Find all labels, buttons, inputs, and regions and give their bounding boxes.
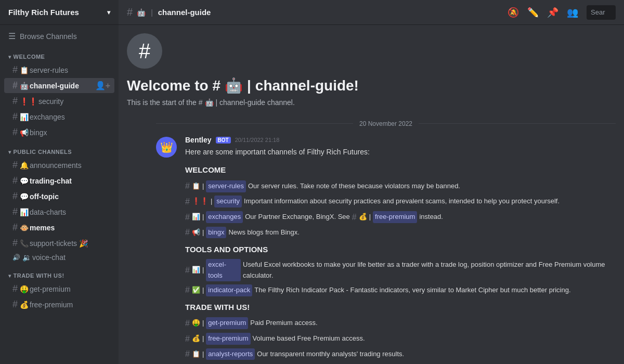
message-header: Bentley BOT 20/11/2022 21:18 [185,136,616,144]
sidebar-item-channel-guide[interactable]: # 🤖 channel-guide 👤+ [4,78,114,93]
channel-header: # Welcome to # 🤖 | channel-guide! This i… [127,33,616,107]
bot-tag: BOT [216,137,231,144]
hash-icon: # [12,96,18,107]
topbar: # 🤖 | channel-guide 🔕 ✏️ 📌 👥 Sear [119,0,624,25]
channel-line-indicator-pack: # ✅ | indicator-pack The Filthy Rich Ind… [185,283,616,297]
sidebar-item-bingx[interactable]: # 📢 bingx [4,125,114,140]
channel-line-security: # ❗❗ | security Important information ab… [185,195,616,209]
channel-mention-exchanges[interactable]: exchanges [206,211,243,223]
channel-mention-free-premium-1[interactable]: free-premium [373,211,417,223]
sidebar: Filthy Rich Futures ▾ ☰ Browse Channels … [0,0,119,364]
sidebar-scroll: WELCOME # 📋 server-rules # 🤖 channel-gui… [0,45,119,364]
channel-line-server-rules: # 📋 | server-rules Our server rules. Tak… [185,179,616,193]
topbar-channel-name: channel-guide [158,8,211,17]
section-public-channels[interactable]: PUBLIC CHANNELS [0,140,119,157]
sidebar-item-data-charts[interactable]: # 📊 data-charts [4,204,114,219]
welcome-title: Welcome to # 🤖 | channel-guide! [127,77,359,94]
date-divider: 20 November 2022 [156,119,616,127]
hash-icon: # [12,80,18,91]
channel-line-excel-tools: # 📊 | excel-tools Useful Excel workbooks… [185,259,616,282]
pin-icon[interactable]: 📌 [547,7,558,18]
list-icon: ☰ [8,31,16,41]
channel-mention-bingx[interactable]: bingx [206,227,226,239]
members-icon[interactable]: 👥 [567,7,578,18]
chat-area: # Welcome to # 🤖 | channel-guide! This i… [119,25,624,364]
topbar-emoji: 🤖 [137,8,146,17]
main-content: # 🤖 | channel-guide 🔕 ✏️ 📌 👥 Sear # Welc… [119,0,624,364]
channel-big-icon: # [127,33,162,69]
server-name: Filthy Rich Futures [8,8,79,17]
speaker-icon: 🔊 [12,254,20,261]
channel-mention-free-premium-2[interactable]: free-premium [206,333,250,345]
browse-channels-button[interactable]: ☰ Browse Channels [0,27,119,45]
channel-line-exchanges: # 📊 | exchanges Our Partner Exchange, Bi… [185,211,616,224]
hash-icon: # [12,64,18,75]
sidebar-item-server-rules[interactable]: # 📋 server-rules [4,62,114,77]
message-body: Bentley BOT 20/11/2022 21:18 Here are so… [185,136,616,363]
date-label: 20 November 2022 [353,120,419,127]
channel-mention-analyst-reports[interactable]: analyst-reports [206,348,255,360]
channel-line-free-premium: # 💰 | free-premium Volume based Free Pre… [185,332,616,346]
timestamp: 20/11/2022 21:18 [235,137,280,143]
message: 👑 Bentley BOT 20/11/2022 21:18 Here are … [156,136,616,363]
topbar-separator: | [151,8,153,17]
sidebar-item-off-topic[interactable]: # 💬 off-topic [4,189,114,204]
edit-icon[interactable]: ✏️ [527,7,539,18]
channel-mention-excel-tools[interactable]: excel-tools [206,259,241,282]
avatar: 👑 [156,137,177,158]
sidebar-item-support-tickets[interactable]: # 📞 support-tickets 🎉 [4,236,114,251]
sidebar-item-trading-chat[interactable]: # 💬 trading-chat [4,173,114,188]
server-header[interactable]: Filthy Rich Futures ▾ [0,0,119,25]
hash-icon: # [12,111,18,122]
section-trade-with-us[interactable]: TRADE WITH US! [0,264,119,281]
channel-line-get-premium: # 🤑 | get-premium Paid Premium access. [185,317,616,330]
section-title-welcome: WELCOME [185,164,616,176]
hash-icon: # [12,206,18,217]
channel-mention-get-premium[interactable]: get-premium [206,317,248,329]
channel-mention-server-rules[interactable]: server-rules [206,180,246,192]
sidebar-item-get-premium[interactable]: # 🤑 get-premium [4,281,114,296]
channel-hash-icon: # [127,6,133,18]
section-welcome[interactable]: WELCOME [0,45,119,62]
author-name: Bentley [185,136,212,144]
search-button[interactable]: Sear [587,5,616,20]
sidebar-item-voice-chat[interactable]: 🔊 🔉 voice-chat [4,251,114,264]
topbar-actions: 🔕 ✏️ 📌 👥 Sear [508,5,616,20]
sidebar-item-memes[interactable]: # 🐵 memes [4,220,114,235]
channel-mention-indicator-pack[interactable]: indicator-pack [206,284,252,296]
sidebar-item-announcements[interactable]: # 🔔 announcements [4,158,114,173]
browse-channels-label: Browse Channels [20,32,77,41]
sidebar-item-free-premium[interactable]: # 💰 free-premium [4,297,114,312]
add-member-icon[interactable]: 👤+ [95,81,110,90]
message-intro: Here are some important channels of Filt… [185,146,616,158]
welcome-subtitle: This is the start of the # 🤖 | channel-g… [127,98,295,107]
notification-icon[interactable]: 🔕 [508,7,519,18]
hash-icon: # [12,191,18,202]
hash-icon: # [12,175,18,186]
channel-line-analyst-reports: # 📋 | analyst-reports Our transparent mo… [185,347,616,361]
hash-icon: # [12,299,18,310]
hash-icon: # [12,222,18,233]
chevron-down-icon: ▾ [107,9,110,16]
section-title-tools: TOOLS AND OPTIONS [185,243,616,256]
hash-icon: # [12,238,18,249]
channel-mention-security[interactable]: security [214,196,242,207]
hash-icon: # [12,127,18,138]
message-content: Here are some important channels of Filt… [185,146,616,361]
hash-icon: # [12,283,18,294]
hash-icon: # [12,160,18,171]
sidebar-item-security[interactable]: # ❗❗ security [4,94,114,109]
sidebar-item-exchanges[interactable]: # 📊 exchanges [4,109,114,124]
channel-line-bingx: # 📢 | bingx News blogs from Bingx. [185,226,616,239]
section-title-trade: TRADE WITH US! [185,301,616,314]
